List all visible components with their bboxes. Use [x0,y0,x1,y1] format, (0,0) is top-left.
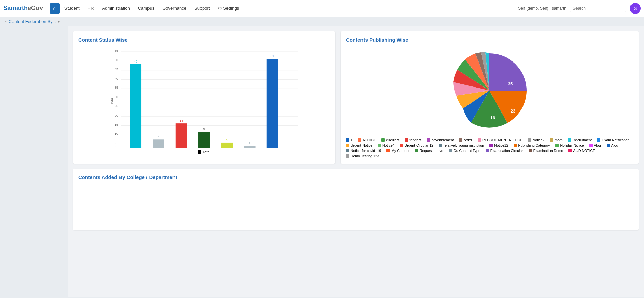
content-area: Content Status Wise 55 50 45 40 35 30 25… [68,26,644,297]
legend-tenders: tenders [405,138,421,142]
svg-text:35: 35 [508,81,513,86]
legend-ou-content: Ou Content Type [449,149,480,153]
nav-home-button[interactable]: ⌂ [50,3,60,14]
svg-text:16: 16 [490,115,495,120]
legend-1: 1 [346,138,353,142]
svg-text:0: 0 [115,145,117,148]
bottom-chart-svg: 40 35 30 36 [78,184,633,225]
main-layout: Content Status Wise 55 50 45 40 35 30 25… [0,26,644,297]
nav-support[interactable]: Support [191,4,213,13]
user-info: Self (demo, Self) [518,6,548,11]
legend-notice2: Notice2 [528,138,545,142]
svg-text:25: 25 [115,104,118,108]
nav-student[interactable]: Student [61,4,83,13]
svg-text:51: 51 [271,54,274,58]
header-left: SamartheGov ⌂ Student HR Administration … [3,3,242,14]
svg-text:Total: Total [110,98,113,104]
legend-total-label: Total [203,150,210,154]
legend-demo-testing: Demo Testing 123 [346,154,379,158]
svg-text:48: 48 [134,59,138,63]
legend-circulars: circulars [381,138,399,142]
bar-chart-legend: Total [78,150,330,154]
legend-exam-circular: Examination Circular [486,149,523,153]
nav-administration[interactable]: Administration [99,4,133,13]
legend-aud-notice: AUD NOTICE [568,149,595,153]
legend-young-institution: relatively young institution [439,143,484,147]
charts-row: Content Status Wise 55 50 45 40 35 30 25… [73,31,639,164]
legend-order: order [459,138,472,142]
legend-holiday-notice: Holliday Notice [555,143,584,147]
header: SamartheGov ⌂ Student HR Administration … [0,0,644,17]
bar-onhold [244,146,255,148]
svg-text:3: 3 [226,138,227,142]
subnav-dot: • [5,20,7,23]
legend-my-content: My Content [386,149,409,153]
header-right: Self (demo, Self) samarth S [518,3,641,14]
pie-chart-panel: Contents Publishing Wise [341,31,639,164]
nav-governance[interactable]: Governance [159,4,190,13]
legend-vlog: Vlog [589,143,601,147]
legend-advertisement: advertisement [427,138,454,142]
legend-recruitment-notice: RECRUITMENT NOTICE [478,138,522,142]
bar-published [267,59,278,148]
legend-urgent-circular: Urgent Circular 12 [400,143,433,147]
pie-legend-grid: 1 NOTICE circulars tenders advertisement… [346,138,633,158]
legend-exam-demo: Examination Demo [529,149,563,153]
nav-campus[interactable]: Campus [135,4,158,13]
svg-text:45: 45 [115,67,118,71]
nav-hr[interactable]: HR [84,4,98,13]
bar-new-content [130,64,141,148]
logo-samarth: Samarth [3,5,28,11]
legend-recruitment: Recruitment [568,138,592,142]
pie-chart-container: 35 23 16 1 NOTICE circulars tenders adve… [346,47,633,158]
bottom-chart-title: Contents Added By College / Department [78,174,633,180]
legend-exam-notification: Exam Notification [597,138,629,142]
logo-egov: eGov [28,5,43,11]
legend-mom: mom [550,138,562,142]
legend-covid-notice: Notice for covid -19 [346,149,381,153]
bar-rejected [221,143,233,148]
legend-notice12: Notice12 [489,143,508,147]
legend-notice: NOTICE [358,138,376,142]
subnav: • Content Federation Sy... ▾ [0,17,644,26]
bar-submitted [176,123,187,148]
svg-text:30: 30 [115,95,118,99]
legend-alog: Alog [607,143,618,147]
svg-text:50: 50 [115,58,118,62]
subnav-arrow: ▾ [58,19,60,24]
svg-text:9: 9 [203,127,205,131]
app-logo: SamartheGov [3,5,43,12]
pie-chart-svg: 35 23 16 [446,47,533,134]
search-input[interactable] [570,5,626,12]
legend-notice4: Notice4 [378,143,395,147]
bar-chart-container: 55 50 45 40 35 30 25 20 15 10 5 0 [78,47,330,148]
svg-text:20: 20 [115,114,118,117]
sidebar [0,26,68,297]
bottom-chart-panel: Contents Added By College / Department 4… [73,169,639,230]
svg-text:40: 40 [115,77,118,80]
svg-text:5: 5 [158,135,159,139]
svg-text:35: 35 [115,85,118,89]
svg-text:1: 1 [249,141,250,145]
username: samarth [552,6,566,11]
bar-chart-title: Content Status Wise [78,37,330,43]
bar-approved [198,132,210,148]
nav-settings[interactable]: ⚙ Settings [215,4,243,13]
legend-urgent-notice: Urgent Notice [346,143,372,147]
pie-chart-title: Contents Publishing Wise [346,37,633,43]
avatar[interactable]: S [630,3,641,14]
subnav-module[interactable]: Content Federation Sy... [9,19,56,24]
svg-text:5: 5 [115,141,117,145]
bar-chart-svg: 55 50 45 40 35 30 25 20 15 10 5 0 [78,47,330,148]
legend-request-leave: Request Leave [415,149,444,153]
legend-publishing-category: Publishing Category [514,143,550,147]
legend-total: Total [198,150,210,154]
svg-text:55: 55 [115,49,118,52]
bottom-chart-container: 40 35 30 36 [78,184,633,225]
bar-details-modified [153,139,164,148]
main-nav: ⌂ Student HR Administration Campus Gover… [50,3,242,14]
svg-text:23: 23 [511,108,515,114]
svg-text:10: 10 [115,132,118,135]
svg-text:14: 14 [180,119,183,122]
bar-chart-panel: Content Status Wise 55 50 45 40 35 30 25… [73,31,335,164]
